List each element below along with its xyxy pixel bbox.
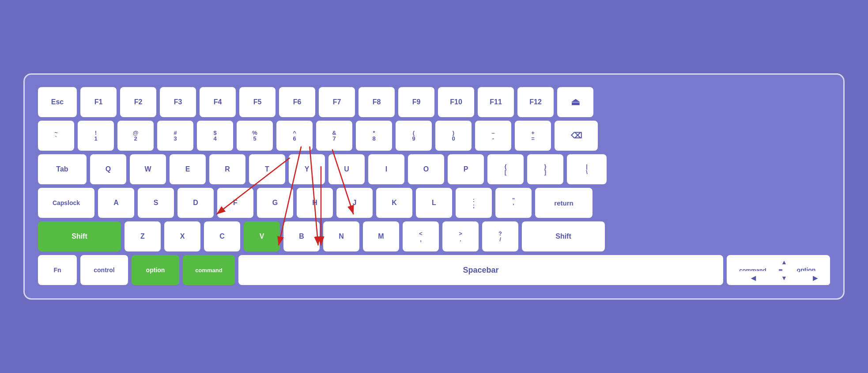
key-b[interactable]: B <box>283 221 320 251</box>
key-e[interactable]: E <box>170 154 206 184</box>
key-f6[interactable]: F6 <box>279 87 315 117</box>
key-slash[interactable]: ? / <box>482 221 518 251</box>
key-y[interactable]: Y <box>289 154 325 184</box>
row-shift: Shift Z X C V B N M < , > . ? / Shift <box>38 221 830 251</box>
key-q[interactable]: Q <box>90 154 126 184</box>
key-f11[interactable]: F11 <box>478 87 514 117</box>
key-w[interactable]: W <box>130 154 166 184</box>
key-t[interactable]: T <box>249 154 285 184</box>
key-comma[interactable]: < , <box>403 221 439 251</box>
key-h[interactable]: H <box>297 188 333 218</box>
key-shift-right[interactable]: Shift <box>522 221 605 251</box>
key-r[interactable]: R <box>209 154 245 184</box>
key-shift-left[interactable]: Shift <box>38 221 121 251</box>
keyboard: Esc F1 F2 F3 F4 F5 F6 F7 F8 F9 F10 F11 F… <box>23 73 845 300</box>
key-command-left[interactable]: command <box>183 255 235 285</box>
row-bottom: Fn control option command Spacebar comma… <box>38 255 830 285</box>
key-n[interactable]: N <box>323 221 359 251</box>
key-quote[interactable]: " ' <box>495 188 532 218</box>
row-function: Esc F1 F2 F3 F4 F5 F6 F7 F8 F9 F10 F11 F… <box>38 87 830 117</box>
key-3[interactable]: # 3 <box>157 121 193 151</box>
key-control[interactable]: control <box>80 255 128 285</box>
key-6[interactable]: ^ 6 <box>276 121 313 151</box>
key-f9[interactable]: F9 <box>398 87 434 117</box>
row-numbers: ~ ` ! 1 @ 2 # 3 $ 4 % 5 <box>38 121 830 151</box>
key-f7[interactable]: F7 <box>319 87 355 117</box>
key-p[interactable]: P <box>448 154 484 184</box>
key-backquote[interactable]: ~ ` <box>38 121 74 151</box>
key-f3[interactable]: F3 <box>160 87 196 117</box>
key-9[interactable]: ( 9 <box>396 121 432 151</box>
key-esc[interactable]: Esc <box>38 87 77 117</box>
key-v[interactable]: V <box>244 221 280 251</box>
row-tab: Tab Q W E R T Y U I O P { [ } ] | \ <box>38 154 830 184</box>
key-f10[interactable]: F10 <box>438 87 474 117</box>
key-l[interactable]: L <box>416 188 452 218</box>
key-bracket-right[interactable]: } ] <box>527 154 563 184</box>
key-d[interactable]: D <box>177 188 214 218</box>
key-f5[interactable]: F5 <box>239 87 275 117</box>
key-m[interactable]: M <box>363 221 399 251</box>
key-eject[interactable]: ⏏ <box>557 87 593 117</box>
key-4[interactable]: $ 4 <box>197 121 233 151</box>
key-arrow-up[interactable]: ▲ <box>769 255 799 269</box>
key-capslock[interactable]: Capslock <box>38 188 94 218</box>
key-u[interactable]: U <box>328 154 365 184</box>
key-2[interactable]: @ 2 <box>117 121 154 151</box>
key-5[interactable]: % 5 <box>237 121 273 151</box>
key-1[interactable]: ! 1 <box>78 121 114 151</box>
key-s[interactable]: S <box>138 188 174 218</box>
key-arrow-left[interactable]: ◀ <box>738 271 768 285</box>
key-minus[interactable]: – - <box>475 121 511 151</box>
key-7[interactable]: & 7 <box>316 121 352 151</box>
key-x[interactable]: X <box>164 221 200 251</box>
key-fn[interactable]: Fn <box>38 255 77 285</box>
key-f2[interactable]: F2 <box>120 87 156 117</box>
key-g[interactable]: G <box>257 188 293 218</box>
key-k[interactable]: K <box>376 188 412 218</box>
key-f4[interactable]: F4 <box>200 87 236 117</box>
key-f8[interactable]: F8 <box>359 87 395 117</box>
key-o[interactable]: O <box>408 154 444 184</box>
key-c[interactable]: C <box>204 221 240 251</box>
key-bracket-left[interactable]: { [ <box>487 154 524 184</box>
key-f12[interactable]: F12 <box>517 87 554 117</box>
key-i[interactable]: I <box>368 154 404 184</box>
key-period[interactable]: > . <box>442 221 479 251</box>
key-arrow-down[interactable]: ▼ <box>769 271 799 285</box>
key-return[interactable]: return <box>535 188 593 218</box>
key-semicolon[interactable]: : ; <box>456 188 492 218</box>
arrow-keys-group: ▲ ◀ ▼ ▶ <box>738 255 830 285</box>
key-tab[interactable]: Tab <box>38 154 87 184</box>
key-equals[interactable]: + = <box>515 121 551 151</box>
keyboard-inner: Esc F1 F2 F3 F4 F5 F6 F7 F8 F9 F10 F11 F… <box>38 87 830 285</box>
key-f[interactable]: F <box>217 188 253 218</box>
key-f1[interactable]: F1 <box>80 87 117 117</box>
key-0[interactable]: ) 0 <box>435 121 472 151</box>
key-spacebar[interactable]: Spacebar <box>238 255 723 285</box>
key-a[interactable]: A <box>98 188 134 218</box>
row-caps: Capslock A S D F G H J K L : ; " ' retur… <box>38 188 830 218</box>
key-backslash[interactable]: | \ <box>567 154 607 184</box>
key-option-left[interactable]: option <box>132 255 179 285</box>
key-backspace[interactable]: ⌫ <box>555 121 598 151</box>
key-j[interactable]: J <box>336 188 373 218</box>
key-arrow-right[interactable]: ▶ <box>800 271 830 285</box>
key-8[interactable]: * 8 <box>356 121 392 151</box>
key-z[interactable]: Z <box>125 221 161 251</box>
